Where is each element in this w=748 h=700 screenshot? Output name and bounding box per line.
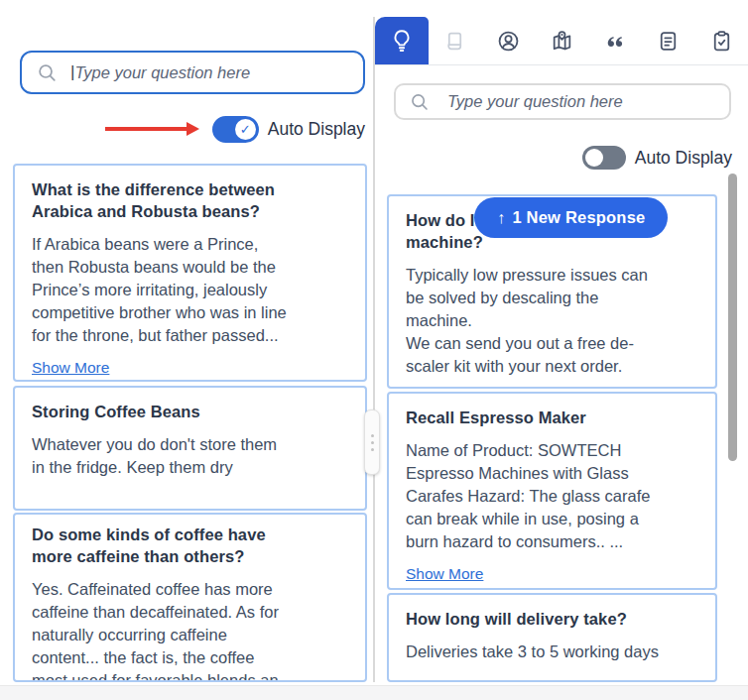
arrow-up-icon: ↑	[497, 208, 505, 227]
show-more-link[interactable]: Show More	[32, 359, 109, 377]
search-input-left[interactable]: | Type your question here	[20, 51, 365, 94]
search-placeholder: Type your question here	[74, 63, 250, 82]
faq-card-storing-beans[interactable]: Storing Coffee Beans Whatever you do don…	[13, 386, 367, 511]
search-icon	[36, 61, 59, 84]
tab-quotes[interactable]	[588, 17, 642, 64]
lightbulb-icon	[389, 28, 415, 54]
widget-toolbar	[375, 17, 748, 65]
faq-answer: Typically low pressure issues can be sol…	[406, 264, 698, 378]
faq-card-arabica-robusta[interactable]: What is the difference between Arabica a…	[13, 164, 367, 382]
clipboard-check-icon	[709, 29, 734, 54]
faq-question: Do some kinds of coffee have more caffei…	[32, 524, 348, 567]
faq-card-caffeine[interactable]: Do some kinds of coffee have more caffei…	[13, 513, 367, 682]
search-placeholder: Type your question here	[447, 92, 623, 111]
red-annotation-arrow	[105, 122, 199, 136]
faq-question: What is the difference between Arabica a…	[32, 178, 348, 222]
faq-answer: If Arabica beans were a Prince, then Rob…	[32, 233, 348, 347]
panel-divider	[373, 17, 375, 682]
tab-notes[interactable]	[642, 17, 695, 64]
bottom-edge-strip	[0, 685, 748, 700]
toggle-knob	[585, 149, 603, 167]
show-more-link[interactable]: Show More	[406, 565, 483, 583]
auto-display-label-left: Auto Display	[268, 119, 365, 140]
quote-icon	[602, 29, 627, 54]
faq-answer: Whatever you do don't store them in the …	[32, 433, 348, 479]
tab-scripts[interactable]	[429, 17, 482, 64]
faq-answer: Name of Product: SOWTECH Espresso Machin…	[406, 439, 698, 553]
faq-card-recall[interactable]: Recall Espresso Maker Name of Product: S…	[387, 392, 717, 590]
faq-card-machine[interactable]: How do I machine? ↑ 1 New Response Typic…	[387, 194, 717, 389]
faq-card-delivery[interactable]: How long will delivery take? Deliveries …	[387, 593, 717, 682]
faq-question: Recall Espresso Maker	[406, 407, 698, 428]
tab-faqs[interactable]	[375, 17, 429, 64]
panel-resize-handle[interactable]	[364, 409, 380, 475]
tab-contacts[interactable]	[481, 17, 535, 64]
tab-map[interactable]	[535, 17, 588, 64]
user-icon	[496, 29, 521, 54]
scrollbar-thumb[interactable]	[728, 174, 737, 461]
faq-question: How long will delivery take?	[406, 608, 698, 630]
map-icon	[550, 29, 574, 54]
scroll-icon	[442, 29, 467, 54]
tab-tasks[interactable]	[694, 17, 748, 64]
auto-display-toggle-left[interactable]: ✓	[212, 116, 259, 143]
toggle-knob-check: ✓	[235, 119, 256, 140]
auto-display-toggle-right[interactable]	[582, 146, 626, 170]
search-icon	[409, 91, 431, 113]
document-icon	[656, 29, 681, 54]
search-input-right[interactable]: Type your question here	[394, 83, 731, 120]
auto-display-label-right: Auto Display	[635, 148, 732, 169]
faq-answer: Yes. Caffeinated coffee has more caffein…	[32, 578, 348, 682]
faq-question: Storing Coffee Beans	[32, 401, 348, 422]
faq-answer: Deliveries take 3 to 5 working days	[406, 641, 698, 663]
new-response-button[interactable]: ↑ 1 New Response	[474, 197, 668, 238]
new-response-label: 1 New Response	[512, 208, 645, 227]
